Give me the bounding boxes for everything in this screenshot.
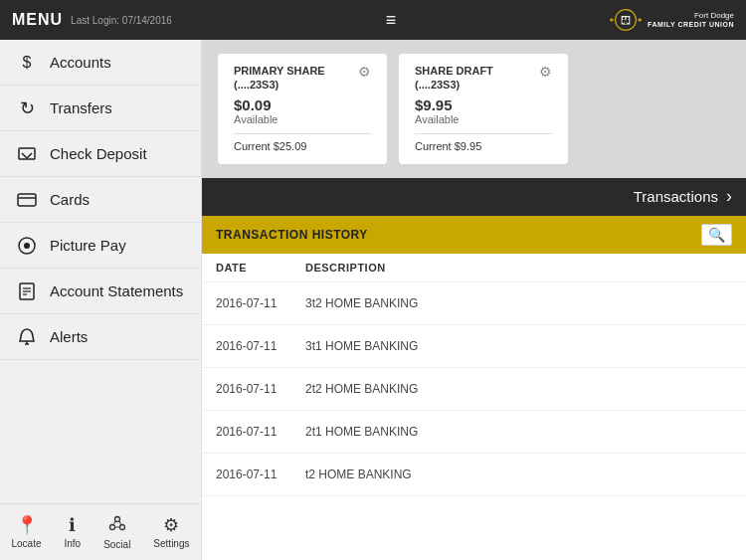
share-draft-title: SHARE DRAFT xyxy=(415,64,493,78)
transaction-description: 3t2 HOME BANKING xyxy=(305,296,418,310)
social-label: Social xyxy=(103,539,130,550)
last-login: Last Login: 07/14/2016 xyxy=(71,15,172,26)
social-icon xyxy=(108,514,126,537)
info-icon: ℹ xyxy=(69,514,76,536)
transaction-description: 3t1 HOME BANKING xyxy=(305,339,418,353)
check-deposit-icon xyxy=(16,143,38,165)
info-label: Info xyxy=(64,538,81,549)
sidebar-item-check-deposit[interactable]: Check Deposit xyxy=(0,131,201,177)
table-row[interactable]: 2016-07-11 t2 HOME BANKING xyxy=(202,454,746,496)
locate-label: Locate xyxy=(11,538,41,549)
sidebar-item-transfers[interactable]: ↻ Transfers xyxy=(0,86,201,131)
sidebar-bottom-locate[interactable]: 📍 Locate xyxy=(11,514,41,550)
svg-point-10 xyxy=(24,243,30,249)
transactions-chevron-icon: › xyxy=(726,186,732,207)
transaction-date: 2016-07-11 xyxy=(216,339,305,353)
alerts-icon xyxy=(16,326,38,348)
primary-share-gear-icon[interactable]: ⚙ xyxy=(358,64,371,80)
transaction-history: TRANSACTION HISTORY 🔍 DATE DESCRIPTION 2… xyxy=(202,216,746,560)
account-cards-section: PRIMARY SHARE (....23S3) ⚙ $0.09 Availab… xyxy=(202,40,746,178)
settings-icon: ⚙ xyxy=(163,514,179,536)
account-card-share-draft: SHARE DRAFT (....23S3) ⚙ $9.95 Available… xyxy=(399,54,568,164)
svg-rect-7 xyxy=(18,194,36,206)
logo-text: Fort Dodge FAMILY CREDIT UNION xyxy=(648,11,734,29)
transaction-date: 2016-07-11 xyxy=(216,296,305,310)
transaction-date: 2016-07-11 xyxy=(216,425,305,439)
svg-point-18 xyxy=(109,525,114,530)
sidebar-label-account-statements: Account Statements xyxy=(50,282,183,299)
account-card-primary: PRIMARY SHARE (....23S3) ⚙ $0.09 Availab… xyxy=(218,54,387,164)
hamburger-icon[interactable]: ≡ xyxy=(386,10,397,31)
svg-point-19 xyxy=(119,525,124,530)
sidebar-item-cards[interactable]: Cards xyxy=(0,177,201,223)
sidebar-bottom-info[interactable]: ℹ Info xyxy=(64,514,81,550)
sidebar-label-cards: Cards xyxy=(50,191,90,208)
transaction-description: t2 HOME BANKING xyxy=(305,467,412,481)
table-row[interactable]: 2016-07-11 3t1 HOME BANKING xyxy=(202,325,746,368)
col-desc-header: DESCRIPTION xyxy=(305,262,386,274)
svg-line-21 xyxy=(119,521,121,525)
sidebar-item-picture-pay[interactable]: Picture Pay xyxy=(0,223,201,269)
sidebar-label-alerts: Alerts xyxy=(50,328,88,345)
table-row[interactable]: 2016-07-11 3t2 HOME BANKING xyxy=(202,282,746,325)
primary-share-current: Current $25.09 xyxy=(234,140,371,152)
sidebar-label-picture-pay: Picture Pay xyxy=(50,237,126,254)
picture-pay-icon xyxy=(16,235,38,257)
svg-text:👨‍👩‍👧: 👨‍👩‍👧 xyxy=(621,15,631,25)
col-date-header: DATE xyxy=(216,262,305,274)
transaction-col-headers: DATE DESCRIPTION xyxy=(202,254,746,282)
share-draft-gear-icon[interactable]: ⚙ xyxy=(539,64,552,80)
dollar-icon: $ xyxy=(16,52,38,74)
share-draft-current: Current $9.95 xyxy=(415,140,552,152)
share-draft-amount: $9.95 xyxy=(415,96,552,113)
sidebar-item-accounts[interactable]: $ Accounts xyxy=(0,40,201,86)
transaction-date: 2016-07-11 xyxy=(216,467,305,481)
primary-share-amount: $0.09 xyxy=(234,96,371,113)
share-draft-number: (....23S3) xyxy=(415,78,493,92)
sidebar-bottom-settings[interactable]: ⚙ Settings xyxy=(153,514,189,550)
locate-icon: 📍 xyxy=(16,514,38,536)
share-draft-avail: Available xyxy=(415,113,552,125)
transfers-icon: ↻ xyxy=(16,97,38,119)
transaction-history-header: TRANSACTION HISTORY 🔍 xyxy=(202,216,746,254)
sidebar-label-accounts: Accounts xyxy=(50,54,111,71)
main-content: PRIMARY SHARE (....23S3) ⚙ $0.09 Availab… xyxy=(202,40,746,560)
sidebar-item-alerts[interactable]: Alerts xyxy=(0,314,201,360)
table-row[interactable]: 2016-07-11 2t2 HOME BANKING xyxy=(202,368,746,411)
app-header: MENU Last Login: 07/14/2016 ≡ 👨‍👩‍👧 Fort… xyxy=(0,0,746,40)
sidebar-label-check-deposit: Check Deposit xyxy=(50,145,147,162)
logo: 👨‍👩‍👧 Fort Dodge FAMILY CREDIT UNION xyxy=(610,6,734,34)
cards-icon xyxy=(16,189,38,211)
sidebar-label-transfers: Transfers xyxy=(50,99,112,116)
settings-label: Settings xyxy=(153,538,189,549)
transaction-description: 2t1 HOME BANKING xyxy=(305,425,418,439)
primary-share-title: PRIMARY SHARE xyxy=(234,64,325,78)
transaction-history-title: TRANSACTION HISTORY xyxy=(216,228,368,242)
menu-title: MENU xyxy=(12,11,63,29)
svg-marker-4 xyxy=(610,18,612,23)
sidebar-item-account-statements[interactable]: Account Statements xyxy=(0,269,201,314)
sidebar: $ Accounts ↻ Transfers Check Deposit Car… xyxy=(0,40,202,560)
transaction-date: 2016-07-11 xyxy=(216,382,305,396)
transactions-label: Transactions xyxy=(634,188,718,205)
transactions-bar[interactable]: Transactions › xyxy=(202,178,746,216)
account-statements-icon xyxy=(16,280,38,302)
transaction-description: 2t2 HOME BANKING xyxy=(305,382,418,396)
transaction-search-icon[interactable]: 🔍 xyxy=(701,224,732,246)
primary-share-avail: Available xyxy=(234,113,371,125)
sidebar-bottom: 📍 Locate ℹ Info Social ⚙ Settings xyxy=(0,503,201,560)
transaction-list: 2016-07-11 3t2 HOME BANKING 2016-07-11 3… xyxy=(202,282,746,560)
primary-share-number: (....23S3) xyxy=(234,78,325,92)
sidebar-bottom-social[interactable]: Social xyxy=(103,514,130,550)
svg-marker-5 xyxy=(640,18,642,23)
logo-icon: 👨‍👩‍👧 xyxy=(610,6,642,34)
table-row[interactable]: 2016-07-11 2t1 HOME BANKING xyxy=(202,411,746,454)
svg-line-20 xyxy=(113,521,115,525)
